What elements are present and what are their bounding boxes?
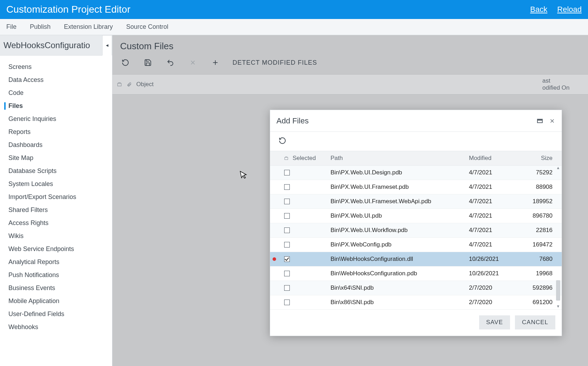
table-row[interactable]: Bin\PX.Web.UI.Workflow.pdb4/7/202122816	[270, 223, 562, 238]
table-row[interactable]: Bin\WebHooksConfiguration.dll10/26/20217…	[270, 252, 562, 267]
menu-file[interactable]: File	[6, 23, 17, 31]
sidebar: WebHooksConfiguratio ◄ ScreensData Acces…	[0, 35, 112, 366]
maximize-icon[interactable]	[537, 119, 543, 123]
modified-column-header[interactable]: Modified	[469, 155, 517, 162]
sidebar-toggle-button[interactable]: ◄	[102, 35, 112, 56]
path-cell: Bin\PX.Web.UI.Design.pdb	[328, 169, 469, 176]
refresh-button[interactable]	[120, 57, 131, 68]
caret-left-icon: ◄	[105, 43, 109, 48]
row-checkbox[interactable]	[284, 285, 290, 291]
content-area: Custom Files DETECT MODIFIED FILES	[112, 35, 588, 366]
size-cell: 691200	[517, 299, 555, 306]
selected-cell	[279, 199, 328, 204]
sidebar-item-site-map[interactable]: Site Map	[0, 152, 112, 165]
save-button[interactable]: SAVE	[479, 315, 510, 329]
close-icon[interactable]	[549, 118, 555, 124]
sidebar-item-dashboards[interactable]: Dashboards	[0, 139, 112, 152]
selected-column-header[interactable]: Selected	[279, 155, 328, 162]
row-checkbox[interactable]	[284, 300, 290, 305]
table-row[interactable]: Bin\WebHooksConfiguration.pdb10/26/20211…	[270, 267, 562, 281]
row-checkbox[interactable]	[284, 256, 290, 262]
delete-button	[188, 57, 198, 68]
attachment-icon	[124, 82, 134, 87]
cancel-button[interactable]: CANCEL	[515, 315, 555, 329]
sidebar-item-code[interactable]: Code	[0, 86, 112, 99]
plus-icon	[211, 59, 219, 66]
sidebar-item-web-service-endpoints[interactable]: Web Service Endpoints	[0, 243, 112, 256]
selected-cell	[279, 184, 328, 190]
row-checkbox[interactable]	[284, 271, 290, 276]
menu-extension-library[interactable]: Extension Library	[64, 23, 113, 31]
table-row[interactable]: Bin\PX.Web.UI.pdb4/7/2021896780	[270, 209, 562, 223]
sidebar-item-user-defined-fields[interactable]: User-Defined Fields	[0, 308, 112, 321]
content-heading: Custom Files	[112, 35, 588, 55]
selected-cell	[279, 271, 328, 276]
row-checkbox[interactable]	[284, 242, 290, 248]
size-column-header[interactable]: Size	[517, 155, 555, 162]
app-title: Customization Project Editor	[6, 4, 520, 15]
sidebar-item-shared-filters[interactable]: Shared Filters	[0, 204, 112, 217]
mouse-cursor-icon	[240, 169, 249, 180]
sidebar-item-database-scripts[interactable]: Database Scripts	[0, 165, 112, 178]
row-checkbox[interactable]	[284, 199, 290, 204]
dialog-footer: SAVE CANCEL	[270, 310, 562, 336]
back-link[interactable]: Back	[530, 5, 547, 14]
sidebar-item-system-locales[interactable]: System Locales	[0, 178, 112, 191]
grid-scrollbar[interactable]: ▲ ▼	[555, 166, 561, 310]
size-cell: 88908	[517, 184, 555, 191]
table-row[interactable]: Bin\x64\SNI.pdb2/7/2020592896	[270, 281, 562, 295]
sidebar-nav: ScreensData AccessCodeFilesGeneric Inqui…	[0, 56, 112, 339]
row-marker	[270, 257, 279, 261]
sidebar-item-wikis[interactable]: Wikis	[0, 230, 112, 243]
scroll-thumb[interactable]	[556, 280, 560, 301]
add-button[interactable]	[210, 57, 221, 68]
undo-icon	[166, 59, 174, 66]
sidebar-item-mobile-application[interactable]: Mobile Application	[0, 295, 112, 308]
table-row[interactable]: Bin\x86\SNI.pdb2/7/2020691200	[270, 295, 562, 310]
selected-cell	[279, 285, 328, 291]
sidebar-item-business-events[interactable]: Business Events	[0, 282, 112, 295]
sidebar-item-data-access[interactable]: Data Access	[0, 73, 112, 86]
svg-rect-1	[285, 158, 288, 160]
row-checkbox[interactable]	[284, 227, 290, 233]
scroll-down-icon[interactable]: ▼	[555, 304, 561, 310]
table-row[interactable]: Bin\PX.WebConfig.pdb4/7/2021169472	[270, 238, 562, 252]
sidebar-item-generic-inquiries[interactable]: Generic Inquiries	[0, 113, 112, 126]
add-files-dialog: Add Files Selected	[270, 110, 562, 336]
row-checkbox[interactable]	[284, 213, 290, 219]
reload-link[interactable]: Reload	[557, 5, 582, 14]
table-row[interactable]: Bin\PX.Web.UI.Design.pdb4/7/202175292	[270, 166, 562, 180]
menu-publish[interactable]: Publish	[30, 23, 51, 31]
dialog-refresh-button[interactable]	[278, 136, 287, 145]
object-column-header[interactable]: Object	[134, 81, 153, 88]
row-checkbox[interactable]	[284, 170, 290, 175]
table-row[interactable]: Bin\PX.Web.UI.Frameset.WebApi.pdb4/7/202…	[270, 194, 562, 209]
table-row[interactable]: Bin\PX.Web.UI.Frameset.pdb4/7/202188908	[270, 180, 562, 194]
detect-modified-files-button[interactable]: DETECT MODIFIED FILES	[233, 59, 317, 66]
path-cell: Bin\PX.WebConfig.pdb	[328, 241, 469, 248]
sidebar-item-analytical-reports[interactable]: Analytical Reports	[0, 256, 112, 269]
sidebar-item-files[interactable]: Files	[0, 99, 112, 113]
selected-cell	[279, 242, 328, 248]
size-cell: 75292	[517, 169, 555, 176]
path-column-header[interactable]: Path	[328, 155, 469, 162]
selected-cell	[279, 256, 328, 262]
svg-rect-0	[118, 83, 122, 86]
save-button[interactable]	[143, 57, 153, 68]
sidebar-item-reports[interactable]: Reports	[0, 126, 112, 139]
menu-source-control[interactable]: Source Control	[126, 23, 168, 31]
sidebar-item-webhooks[interactable]: Webhooks	[0, 321, 112, 334]
size-cell: 19968	[517, 270, 555, 277]
modified-cell: 2/7/2020	[469, 299, 517, 306]
sidebar-item-push-notifications[interactable]: Push Notifications	[0, 269, 112, 282]
row-checkbox[interactable]	[284, 184, 290, 190]
sidebar-item-access-rights[interactable]: Access Rights	[0, 217, 112, 230]
size-cell: 189952	[517, 198, 555, 205]
scroll-up-icon[interactable]: ▲	[555, 166, 561, 171]
undo-button[interactable]	[165, 57, 176, 68]
dialog-titlebar[interactable]: Add Files	[270, 110, 562, 132]
last-modified-column-header[interactable]: ast odified On	[542, 77, 588, 92]
sidebar-item-import-export-scenarios[interactable]: Import/Export Scenarios	[0, 191, 112, 204]
row-actions-icon	[284, 156, 289, 160]
sidebar-item-screens[interactable]: Screens	[0, 60, 112, 73]
